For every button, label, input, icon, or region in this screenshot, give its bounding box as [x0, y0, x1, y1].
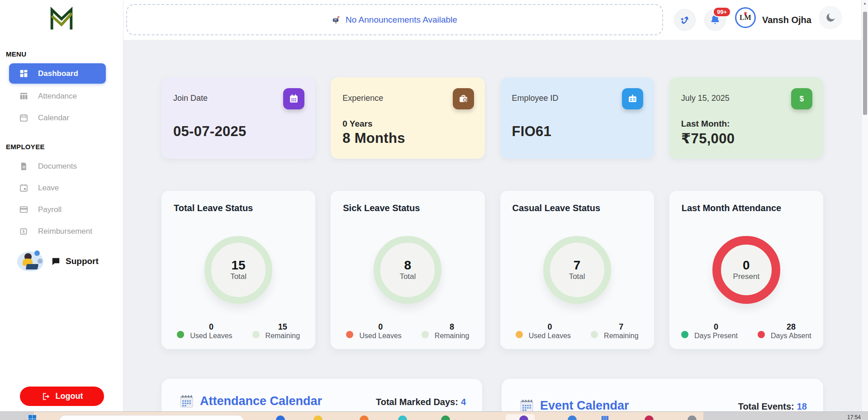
legend-item-used: 0Used Leaves — [177, 322, 232, 340]
total-leave-status-card: Total Leave Status 15 Total 0Used Leaves… — [161, 191, 315, 349]
dark-mode-toggle[interactable] — [819, 6, 842, 29]
sick-leave-status-card: Sick Leave Status 8 Total 0Used Leaves 8… — [331, 191, 484, 349]
scroll-up-arrow[interactable]: ▲ — [862, 1, 868, 5]
legend-value: 8 — [450, 322, 454, 331]
card-title: Total Leave Status — [161, 191, 315, 213]
user-name[interactable]: Vansh Ojha — [762, 0, 811, 40]
donut-label: Total — [569, 272, 585, 281]
legend-label: Days Present — [694, 332, 738, 340]
stat-label: Total Events: — [738, 401, 794, 411]
dollar-icon: $ — [791, 88, 812, 109]
ai-assistant-button[interactable] — [674, 9, 696, 31]
legend-item-remaining: 15Remaining — [252, 322, 300, 340]
sidebar-item-label: Attendance — [38, 92, 77, 101]
dashboard-page: MENU Dashboard Attendance Calendar EMPLO… — [0, 0, 868, 420]
legend-dot — [422, 331, 429, 338]
logout-label: Logout — [56, 392, 83, 401]
donut-label: Present — [733, 272, 760, 281]
card-title: Sick Leave Status — [331, 191, 484, 213]
legend-value: 0 — [547, 322, 552, 331]
sparkle-arrow-icon — [679, 14, 691, 26]
stat-value: 4 — [461, 397, 466, 407]
legend-dot — [758, 331, 765, 338]
donut-value: 7 — [574, 259, 581, 273]
dashboard-icon — [18, 68, 29, 79]
status-card-row: Total Leave Status 15 Total 0Used Leaves… — [161, 191, 823, 349]
sidebar-item-dashboard[interactable]: Dashboard — [9, 63, 106, 84]
donut-value: 15 — [232, 259, 246, 273]
attendance-donut: 0 Present — [712, 236, 780, 304]
attendance-calendar-heading: Attendance Calendar — [180, 394, 322, 408]
legend-value: 0 — [378, 322, 383, 331]
legend-value: 0 — [714, 322, 718, 331]
sidebar-item-reimbursement[interactable]: $ Reimbursement — [9, 221, 106, 241]
moon-icon — [825, 12, 836, 24]
card-title: Last Month Attendance — [669, 191, 823, 213]
user-avatar[interactable]: ♛ LM — [735, 7, 756, 28]
employee-id-value: FIO61 — [512, 123, 552, 140]
sidebar-item-calendar[interactable]: Calendar — [9, 108, 106, 128]
card-title: Casual Leave Status — [500, 191, 654, 213]
legend-dot — [681, 331, 688, 338]
logo-m-icon — [47, 5, 76, 33]
calendar-leave-icon — [18, 183, 29, 193]
legend-item-absent: 28Days Absent — [758, 322, 811, 340]
legend-dot — [516, 331, 523, 338]
attendance-calendar-card: Attendance Calendar Total Marked Days:4 — [161, 379, 482, 411]
calendar-icon — [283, 88, 304, 109]
card-title: Event Calendar — [540, 399, 629, 411]
stat-value: 18 — [797, 401, 807, 411]
announcement-text: No Announcements Available — [346, 15, 457, 25]
event-calendar-heading: Event Calendar — [520, 399, 629, 411]
dollar-box-icon: $ — [18, 226, 29, 237]
donut-value: 8 — [404, 259, 412, 273]
sidebar-item-attendance[interactable]: Attendance — [9, 86, 106, 106]
legend-item-present: 0Days Present — [681, 322, 738, 340]
legend: 0Used Leaves 7Remaining — [500, 322, 654, 340]
donut-value: 0 — [743, 259, 750, 273]
taskbar-search[interactable] — [59, 415, 244, 420]
casual-leave-status-card: Casual Leave Status 7 Total 0Used Leaves… — [500, 191, 654, 349]
legend-label: Days Absent — [771, 332, 811, 340]
legend-dot — [177, 331, 184, 338]
mailbox-icon — [332, 15, 341, 24]
sidebar-item-label: Documents — [38, 162, 77, 171]
sidebar: MENU Dashboard Attendance Calendar EMPLO… — [0, 0, 123, 411]
sidebar-item-documents[interactable]: Documents — [9, 156, 106, 176]
calendar-emoji-icon — [180, 394, 194, 408]
calendar-icon — [18, 113, 29, 123]
sidebar-item-payroll[interactable]: Payroll — [9, 199, 106, 220]
sidebar-item-label: Calendar — [38, 113, 69, 123]
sidebar-item-label: Leave — [38, 184, 59, 193]
scrollbar-thumb[interactable] — [863, 12, 867, 115]
legend-item-used: 0Used Leaves — [346, 322, 401, 340]
total-marked-days: Total Marked Days:4 — [376, 397, 466, 407]
notifications-button[interactable]: 99+ — [704, 9, 726, 31]
sidebar-item-support[interactable]: Support — [16, 250, 99, 273]
event-calendar-card: Event Calendar Total Events:18 — [502, 379, 823, 411]
id-badge-icon — [622, 88, 643, 109]
legend-label: Remaining — [604, 332, 638, 340]
legend-dot — [591, 331, 598, 338]
join-date-card: Join Date 05-07-2025 — [161, 77, 315, 159]
start-button[interactable] — [28, 415, 36, 420]
support-illustration — [16, 250, 44, 273]
page-scrollbar[interactable]: ▲ — [861, 0, 868, 411]
legend-dot — [346, 331, 353, 338]
notification-count-badge: 99+ — [713, 7, 731, 17]
logout-icon — [41, 392, 50, 401]
employee-section-label: EMPLOYEE — [6, 143, 45, 151]
announcement-banner[interactable]: No Announcements Available — [126, 4, 663, 35]
legend-label: Remaining — [266, 332, 300, 340]
donut-label: Total — [230, 272, 247, 281]
logout-button[interactable]: Logout — [20, 387, 104, 406]
taskbar-app-icon[interactable] — [602, 416, 610, 420]
legend-label: Used Leaves — [359, 332, 401, 340]
legend-item-remaining: 7Remaining — [591, 322, 638, 340]
last-month-attendance-card: Last Month Attendance 0 Present 0Days Pr… — [669, 191, 823, 349]
sidebar-item-leave[interactable]: Leave — [9, 178, 106, 198]
sidebar-item-label: Reimbursement — [38, 227, 92, 236]
os-taskbar: 17:54 — [0, 411, 868, 420]
legend: 0Used Leaves 15Remaining — [161, 322, 315, 340]
taskbar-clock[interactable]: 17:54 — [847, 414, 861, 420]
